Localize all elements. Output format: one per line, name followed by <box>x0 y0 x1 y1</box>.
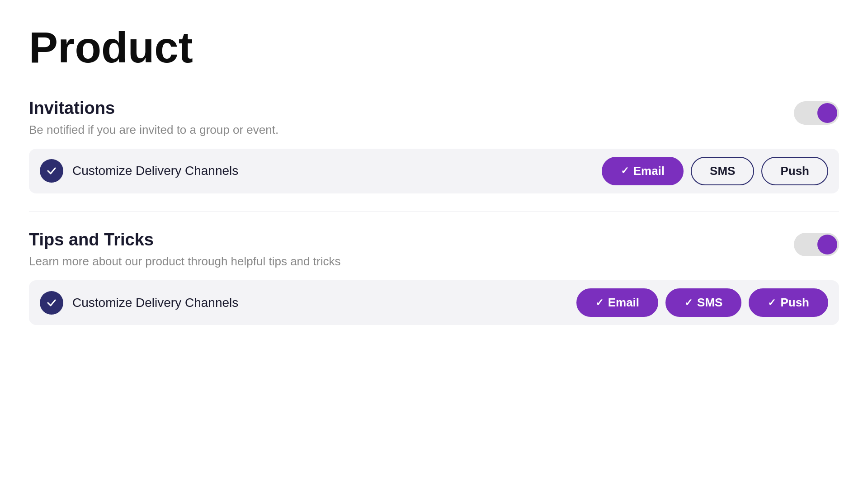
section-title: Tips and Tricks <box>29 230 340 250</box>
channel-btn-push[interactable]: Push <box>761 157 828 185</box>
channel-label: Email <box>608 296 639 310</box>
toggle-container[interactable] <box>794 233 839 256</box>
checkmark-icon <box>46 297 57 309</box>
section-description: Learn more about our product through hel… <box>29 253 340 269</box>
channel-label: Push <box>780 164 809 178</box>
delivery-label: Customize Delivery Channels <box>72 164 593 178</box>
toggle-thumb <box>817 235 837 254</box>
section-header: Invitations Be notified if you are invit… <box>29 99 839 138</box>
channel-buttons: ✓ Email ✓ SMS ✓ Push <box>576 288 828 317</box>
channel-btn-email[interactable]: ✓ Email <box>576 288 658 317</box>
section-tips-and-tricks: Tips and Tricks Learn more about our pro… <box>29 230 839 325</box>
channel-label: Email <box>633 164 665 178</box>
page-title: Product <box>29 24 839 71</box>
channel-label: SMS <box>697 296 722 310</box>
toggle-switch[interactable] <box>794 101 839 125</box>
toggle-track <box>794 101 839 125</box>
channel-btn-sms[interactable]: SMS <box>691 157 754 185</box>
check-icon: ✓ <box>621 165 629 177</box>
checkmark-icon <box>46 165 57 177</box>
toggle-thumb <box>817 103 837 123</box>
check-icon: ✓ <box>595 297 604 309</box>
section-header: Tips and Tricks Learn more about our pro… <box>29 230 839 269</box>
section-divider <box>29 212 839 212</box>
section-text: Tips and Tricks Learn more about our pro… <box>29 230 340 269</box>
check-icon: ✓ <box>768 297 776 309</box>
section-title: Invitations <box>29 99 278 118</box>
toggle-track <box>794 233 839 256</box>
check-icon: ✓ <box>684 297 693 309</box>
channel-btn-email[interactable]: ✓ Email <box>602 157 684 185</box>
section-text: Invitations Be notified if you are invit… <box>29 99 278 138</box>
channel-btn-sms[interactable]: ✓ SMS <box>665 288 741 317</box>
toggle-switch[interactable] <box>794 233 839 256</box>
delivery-label: Customize Delivery Channels <box>72 296 567 310</box>
section-description: Be notified if you are invited to a grou… <box>29 122 278 138</box>
delivery-row: Customize Delivery Channels ✓ Email SMS … <box>29 149 839 193</box>
channel-label: SMS <box>710 164 735 178</box>
toggle-container[interactable] <box>794 101 839 125</box>
delivery-row: Customize Delivery Channels ✓ Email ✓ SM… <box>29 280 839 325</box>
channel-label: Push <box>780 296 809 310</box>
channel-buttons: ✓ Email SMS Push <box>602 157 828 185</box>
section-invitations: Invitations Be notified if you are invit… <box>29 99 839 193</box>
checkbox-icon <box>40 291 63 315</box>
channel-btn-push[interactable]: ✓ Push <box>749 288 828 317</box>
checkbox-icon <box>40 159 63 183</box>
